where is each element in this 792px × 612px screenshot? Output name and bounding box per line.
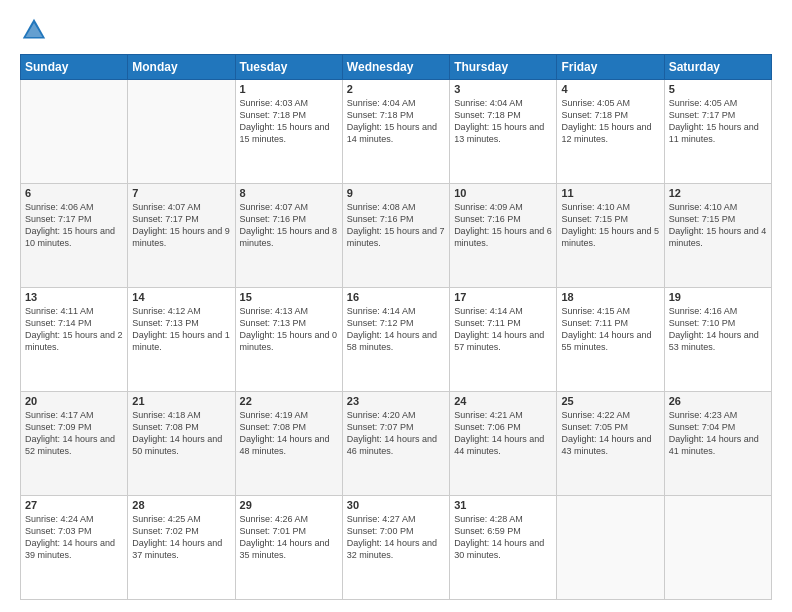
day-info: Sunrise: 4:18 AMSunset: 7:08 PMDaylight:… bbox=[132, 409, 230, 458]
page: SundayMondayTuesdayWednesdayThursdayFrid… bbox=[0, 0, 792, 612]
calendar-header-row: SundayMondayTuesdayWednesdayThursdayFrid… bbox=[21, 55, 772, 80]
calendar-week-row: 6Sunrise: 4:06 AMSunset: 7:17 PMDaylight… bbox=[21, 184, 772, 288]
day-number: 24 bbox=[454, 395, 552, 407]
day-number: 18 bbox=[561, 291, 659, 303]
day-info: Sunrise: 4:21 AMSunset: 7:06 PMDaylight:… bbox=[454, 409, 552, 458]
calendar-cell bbox=[664, 496, 771, 600]
day-number: 17 bbox=[454, 291, 552, 303]
calendar-cell: 6Sunrise: 4:06 AMSunset: 7:17 PMDaylight… bbox=[21, 184, 128, 288]
calendar-week-row: 1Sunrise: 4:03 AMSunset: 7:18 PMDaylight… bbox=[21, 80, 772, 184]
calendar-day-header: Monday bbox=[128, 55, 235, 80]
day-info: Sunrise: 4:24 AMSunset: 7:03 PMDaylight:… bbox=[25, 513, 123, 562]
day-info: Sunrise: 4:14 AMSunset: 7:11 PMDaylight:… bbox=[454, 305, 552, 354]
day-info: Sunrise: 4:07 AMSunset: 7:16 PMDaylight:… bbox=[240, 201, 338, 250]
calendar-cell: 18Sunrise: 4:15 AMSunset: 7:11 PMDayligh… bbox=[557, 288, 664, 392]
day-info: Sunrise: 4:19 AMSunset: 7:08 PMDaylight:… bbox=[240, 409, 338, 458]
day-number: 8 bbox=[240, 187, 338, 199]
calendar-cell: 24Sunrise: 4:21 AMSunset: 7:06 PMDayligh… bbox=[450, 392, 557, 496]
day-info: Sunrise: 4:12 AMSunset: 7:13 PMDaylight:… bbox=[132, 305, 230, 354]
day-info: Sunrise: 4:04 AMSunset: 7:18 PMDaylight:… bbox=[347, 97, 445, 146]
day-number: 28 bbox=[132, 499, 230, 511]
logo-icon bbox=[20, 16, 48, 44]
logo bbox=[20, 16, 52, 44]
calendar-cell: 7Sunrise: 4:07 AMSunset: 7:17 PMDaylight… bbox=[128, 184, 235, 288]
calendar-cell bbox=[128, 80, 235, 184]
calendar-cell: 20Sunrise: 4:17 AMSunset: 7:09 PMDayligh… bbox=[21, 392, 128, 496]
calendar-cell: 4Sunrise: 4:05 AMSunset: 7:18 PMDaylight… bbox=[557, 80, 664, 184]
calendar-cell: 26Sunrise: 4:23 AMSunset: 7:04 PMDayligh… bbox=[664, 392, 771, 496]
calendar-cell: 14Sunrise: 4:12 AMSunset: 7:13 PMDayligh… bbox=[128, 288, 235, 392]
calendar-cell: 5Sunrise: 4:05 AMSunset: 7:17 PMDaylight… bbox=[664, 80, 771, 184]
calendar-cell: 19Sunrise: 4:16 AMSunset: 7:10 PMDayligh… bbox=[664, 288, 771, 392]
day-info: Sunrise: 4:17 AMSunset: 7:09 PMDaylight:… bbox=[25, 409, 123, 458]
calendar-cell: 9Sunrise: 4:08 AMSunset: 7:16 PMDaylight… bbox=[342, 184, 449, 288]
day-number: 20 bbox=[25, 395, 123, 407]
calendar-table: SundayMondayTuesdayWednesdayThursdayFrid… bbox=[20, 54, 772, 600]
calendar-cell: 29Sunrise: 4:26 AMSunset: 7:01 PMDayligh… bbox=[235, 496, 342, 600]
calendar-cell: 1Sunrise: 4:03 AMSunset: 7:18 PMDaylight… bbox=[235, 80, 342, 184]
header bbox=[20, 16, 772, 44]
calendar-day-header: Friday bbox=[557, 55, 664, 80]
day-info: Sunrise: 4:04 AMSunset: 7:18 PMDaylight:… bbox=[454, 97, 552, 146]
day-info: Sunrise: 4:13 AMSunset: 7:13 PMDaylight:… bbox=[240, 305, 338, 354]
day-number: 21 bbox=[132, 395, 230, 407]
day-number: 22 bbox=[240, 395, 338, 407]
day-number: 10 bbox=[454, 187, 552, 199]
day-info: Sunrise: 4:15 AMSunset: 7:11 PMDaylight:… bbox=[561, 305, 659, 354]
calendar-cell bbox=[21, 80, 128, 184]
day-info: Sunrise: 4:10 AMSunset: 7:15 PMDaylight:… bbox=[561, 201, 659, 250]
day-number: 23 bbox=[347, 395, 445, 407]
day-number: 6 bbox=[25, 187, 123, 199]
calendar-cell: 25Sunrise: 4:22 AMSunset: 7:05 PMDayligh… bbox=[557, 392, 664, 496]
day-info: Sunrise: 4:10 AMSunset: 7:15 PMDaylight:… bbox=[669, 201, 767, 250]
day-number: 31 bbox=[454, 499, 552, 511]
calendar-day-header: Wednesday bbox=[342, 55, 449, 80]
day-number: 2 bbox=[347, 83, 445, 95]
calendar-cell: 13Sunrise: 4:11 AMSunset: 7:14 PMDayligh… bbox=[21, 288, 128, 392]
calendar-cell: 22Sunrise: 4:19 AMSunset: 7:08 PMDayligh… bbox=[235, 392, 342, 496]
day-number: 7 bbox=[132, 187, 230, 199]
calendar-week-row: 20Sunrise: 4:17 AMSunset: 7:09 PMDayligh… bbox=[21, 392, 772, 496]
calendar-cell: 8Sunrise: 4:07 AMSunset: 7:16 PMDaylight… bbox=[235, 184, 342, 288]
day-number: 9 bbox=[347, 187, 445, 199]
day-number: 13 bbox=[25, 291, 123, 303]
day-number: 3 bbox=[454, 83, 552, 95]
calendar-day-header: Tuesday bbox=[235, 55, 342, 80]
day-info: Sunrise: 4:27 AMSunset: 7:00 PMDaylight:… bbox=[347, 513, 445, 562]
calendar-cell: 11Sunrise: 4:10 AMSunset: 7:15 PMDayligh… bbox=[557, 184, 664, 288]
calendar-day-header: Thursday bbox=[450, 55, 557, 80]
day-number: 30 bbox=[347, 499, 445, 511]
calendar-cell: 27Sunrise: 4:24 AMSunset: 7:03 PMDayligh… bbox=[21, 496, 128, 600]
day-number: 27 bbox=[25, 499, 123, 511]
calendar-cell: 15Sunrise: 4:13 AMSunset: 7:13 PMDayligh… bbox=[235, 288, 342, 392]
calendar-cell: 16Sunrise: 4:14 AMSunset: 7:12 PMDayligh… bbox=[342, 288, 449, 392]
day-number: 19 bbox=[669, 291, 767, 303]
day-info: Sunrise: 4:22 AMSunset: 7:05 PMDaylight:… bbox=[561, 409, 659, 458]
day-info: Sunrise: 4:16 AMSunset: 7:10 PMDaylight:… bbox=[669, 305, 767, 354]
day-info: Sunrise: 4:28 AMSunset: 6:59 PMDaylight:… bbox=[454, 513, 552, 562]
day-number: 5 bbox=[669, 83, 767, 95]
day-info: Sunrise: 4:20 AMSunset: 7:07 PMDaylight:… bbox=[347, 409, 445, 458]
calendar-day-header: Sunday bbox=[21, 55, 128, 80]
day-number: 16 bbox=[347, 291, 445, 303]
day-number: 29 bbox=[240, 499, 338, 511]
day-info: Sunrise: 4:06 AMSunset: 7:17 PMDaylight:… bbox=[25, 201, 123, 250]
calendar-cell: 10Sunrise: 4:09 AMSunset: 7:16 PMDayligh… bbox=[450, 184, 557, 288]
day-info: Sunrise: 4:07 AMSunset: 7:17 PMDaylight:… bbox=[132, 201, 230, 250]
calendar-week-row: 27Sunrise: 4:24 AMSunset: 7:03 PMDayligh… bbox=[21, 496, 772, 600]
day-info: Sunrise: 4:14 AMSunset: 7:12 PMDaylight:… bbox=[347, 305, 445, 354]
calendar-cell: 3Sunrise: 4:04 AMSunset: 7:18 PMDaylight… bbox=[450, 80, 557, 184]
day-info: Sunrise: 4:09 AMSunset: 7:16 PMDaylight:… bbox=[454, 201, 552, 250]
calendar-cell bbox=[557, 496, 664, 600]
day-number: 1 bbox=[240, 83, 338, 95]
day-info: Sunrise: 4:08 AMSunset: 7:16 PMDaylight:… bbox=[347, 201, 445, 250]
day-info: Sunrise: 4:11 AMSunset: 7:14 PMDaylight:… bbox=[25, 305, 123, 354]
day-info: Sunrise: 4:23 AMSunset: 7:04 PMDaylight:… bbox=[669, 409, 767, 458]
day-number: 14 bbox=[132, 291, 230, 303]
calendar-day-header: Saturday bbox=[664, 55, 771, 80]
day-number: 11 bbox=[561, 187, 659, 199]
calendar-cell: 28Sunrise: 4:25 AMSunset: 7:02 PMDayligh… bbox=[128, 496, 235, 600]
calendar-cell: 23Sunrise: 4:20 AMSunset: 7:07 PMDayligh… bbox=[342, 392, 449, 496]
day-number: 15 bbox=[240, 291, 338, 303]
calendar-week-row: 13Sunrise: 4:11 AMSunset: 7:14 PMDayligh… bbox=[21, 288, 772, 392]
